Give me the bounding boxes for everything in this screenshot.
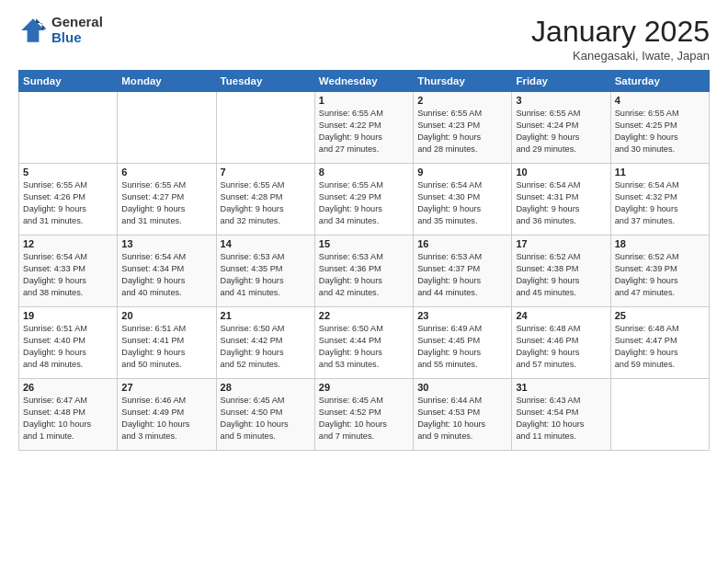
calendar-day-28: 28Sunrise: 6:45 AM Sunset: 4:50 PM Dayli… <box>216 379 314 451</box>
calendar-day-17: 17Sunrise: 6:52 AM Sunset: 4:38 PM Dayli… <box>512 236 610 307</box>
day-number: 20 <box>121 310 211 321</box>
weekday-header-wednesday: Wednesday <box>314 71 413 92</box>
calendar-day-empty <box>118 92 216 164</box>
calendar-day-24: 24Sunrise: 6:48 AM Sunset: 4:46 PM Dayli… <box>512 307 610 379</box>
day-number: 5 <box>23 167 113 178</box>
calendar-day-30: 30Sunrise: 6:44 AM Sunset: 4:53 PM Dayli… <box>414 379 512 451</box>
day-number: 9 <box>417 167 507 178</box>
day-info: Sunrise: 6:55 AM Sunset: 4:29 PM Dayligh… <box>319 179 409 227</box>
calendar-week-row: 26Sunrise: 6:47 AM Sunset: 4:48 PM Dayli… <box>19 379 710 451</box>
calendar-day-27: 27Sunrise: 6:46 AM Sunset: 4:49 PM Dayli… <box>118 379 216 451</box>
day-info: Sunrise: 6:55 AM Sunset: 4:26 PM Dayligh… <box>23 179 113 227</box>
logo: General Blue <box>18 15 103 45</box>
calendar-day-14: 14Sunrise: 6:53 AM Sunset: 4:35 PM Dayli… <box>216 236 314 307</box>
calendar-day-18: 18Sunrise: 6:52 AM Sunset: 4:39 PM Dayli… <box>610 236 709 307</box>
day-number: 11 <box>615 167 705 178</box>
day-number: 29 <box>319 382 409 393</box>
day-number: 2 <box>417 95 507 106</box>
day-info: Sunrise: 6:44 AM Sunset: 4:53 PM Dayligh… <box>417 395 507 442</box>
calendar-day-19: 19Sunrise: 6:51 AM Sunset: 4:40 PM Dayli… <box>19 307 118 379</box>
day-number: 28 <box>221 382 311 393</box>
day-info: Sunrise: 6:46 AM Sunset: 4:49 PM Dayligh… <box>121 395 211 442</box>
day-info: Sunrise: 6:43 AM Sunset: 4:54 PM Dayligh… <box>516 395 606 442</box>
title-block: January 2025 Kanegasaki, Iwate, Japan <box>531 15 710 63</box>
calendar-week-row: 19Sunrise: 6:51 AM Sunset: 4:40 PM Dayli… <box>19 307 710 379</box>
calendar-day-7: 7Sunrise: 6:55 AM Sunset: 4:28 PM Daylig… <box>216 164 314 236</box>
weekday-header-tuesday: Tuesday <box>216 71 314 92</box>
day-number: 10 <box>516 167 606 178</box>
day-info: Sunrise: 6:47 AM Sunset: 4:48 PM Dayligh… <box>23 395 113 442</box>
logo-general-text: General <box>51 15 103 30</box>
calendar-day-29: 29Sunrise: 6:45 AM Sunset: 4:52 PM Dayli… <box>314 379 413 451</box>
day-info: Sunrise: 6:53 AM Sunset: 4:36 PM Dayligh… <box>319 251 409 299</box>
calendar-day-31: 31Sunrise: 6:43 AM Sunset: 4:54 PM Dayli… <box>512 379 610 451</box>
calendar-day-2: 2Sunrise: 6:55 AM Sunset: 4:23 PM Daylig… <box>414 92 512 164</box>
day-number: 3 <box>516 95 606 106</box>
calendar-day-4: 4Sunrise: 6:55 AM Sunset: 4:25 PM Daylig… <box>610 92 709 164</box>
day-number: 7 <box>221 167 311 178</box>
day-number: 18 <box>615 238 705 249</box>
calendar-day-9: 9Sunrise: 6:54 AM Sunset: 4:30 PM Daylig… <box>414 164 512 236</box>
day-info: Sunrise: 6:51 AM Sunset: 4:41 PM Dayligh… <box>121 323 211 371</box>
day-info: Sunrise: 6:55 AM Sunset: 4:25 PM Dayligh… <box>615 108 705 155</box>
calendar-week-row: 1Sunrise: 6:55 AM Sunset: 4:22 PM Daylig… <box>19 92 710 164</box>
calendar-day-16: 16Sunrise: 6:53 AM Sunset: 4:37 PM Dayli… <box>414 236 512 307</box>
logo-blue-text: Blue <box>51 30 103 46</box>
day-info: Sunrise: 6:45 AM Sunset: 4:50 PM Dayligh… <box>221 395 311 442</box>
day-number: 6 <box>121 167 211 178</box>
weekday-header-row: SundayMondayTuesdayWednesdayThursdayFrid… <box>19 71 710 92</box>
calendar-day-15: 15Sunrise: 6:53 AM Sunset: 4:36 PM Dayli… <box>314 236 413 307</box>
weekday-header-friday: Friday <box>512 71 610 92</box>
day-number: 13 <box>121 238 211 249</box>
day-info: Sunrise: 6:49 AM Sunset: 4:45 PM Dayligh… <box>417 323 507 371</box>
day-info: Sunrise: 6:52 AM Sunset: 4:38 PM Dayligh… <box>516 251 606 299</box>
calendar-day-6: 6Sunrise: 6:55 AM Sunset: 4:27 PM Daylig… <box>118 164 216 236</box>
month-title: January 2025 <box>531 15 710 49</box>
day-number: 8 <box>319 167 409 178</box>
day-number: 25 <box>615 310 705 321</box>
location: Kanegasaki, Iwate, Japan <box>531 49 710 63</box>
header: General Blue January 2025 Kanegasaki, Iw… <box>18 15 710 63</box>
day-number: 14 <box>221 238 311 249</box>
day-number: 23 <box>417 310 507 321</box>
calendar-day-12: 12Sunrise: 6:54 AM Sunset: 4:33 PM Dayli… <box>19 236 118 307</box>
calendar-day-1: 1Sunrise: 6:55 AM Sunset: 4:22 PM Daylig… <box>314 92 413 164</box>
page: General Blue January 2025 Kanegasaki, Iw… <box>0 0 728 563</box>
calendar-day-26: 26Sunrise: 6:47 AM Sunset: 4:48 PM Dayli… <box>19 379 118 451</box>
weekday-header-saturday: Saturday <box>610 71 709 92</box>
day-number: 26 <box>23 382 113 393</box>
day-info: Sunrise: 6:55 AM Sunset: 4:28 PM Dayligh… <box>221 179 311 227</box>
calendar-day-empty <box>216 92 314 164</box>
calendar-day-23: 23Sunrise: 6:49 AM Sunset: 4:45 PM Dayli… <box>414 307 512 379</box>
weekday-header-thursday: Thursday <box>414 71 512 92</box>
day-info: Sunrise: 6:48 AM Sunset: 4:47 PM Dayligh… <box>615 323 705 371</box>
calendar-table: SundayMondayTuesdayWednesdayThursdayFrid… <box>18 70 710 451</box>
day-info: Sunrise: 6:51 AM Sunset: 4:40 PM Dayligh… <box>23 323 113 371</box>
day-number: 1 <box>319 95 409 106</box>
day-number: 4 <box>615 95 705 106</box>
day-info: Sunrise: 6:55 AM Sunset: 4:22 PM Dayligh… <box>319 108 409 155</box>
day-number: 27 <box>121 382 211 393</box>
day-number: 19 <box>23 310 113 321</box>
logo-text: General Blue <box>51 15 103 45</box>
day-info: Sunrise: 6:53 AM Sunset: 4:35 PM Dayligh… <box>221 251 311 299</box>
day-info: Sunrise: 6:48 AM Sunset: 4:46 PM Dayligh… <box>516 323 606 371</box>
day-info: Sunrise: 6:52 AM Sunset: 4:39 PM Dayligh… <box>615 251 705 299</box>
day-info: Sunrise: 6:54 AM Sunset: 4:31 PM Dayligh… <box>516 179 606 227</box>
day-info: Sunrise: 6:55 AM Sunset: 4:27 PM Dayligh… <box>121 179 211 227</box>
day-info: Sunrise: 6:54 AM Sunset: 4:30 PM Dayligh… <box>417 179 507 227</box>
calendar-day-11: 11Sunrise: 6:54 AM Sunset: 4:32 PM Dayli… <box>610 164 709 236</box>
day-number: 24 <box>516 310 606 321</box>
weekday-header-sunday: Sunday <box>19 71 118 92</box>
calendar-day-5: 5Sunrise: 6:55 AM Sunset: 4:26 PM Daylig… <box>19 164 118 236</box>
svg-marker-0 <box>21 18 45 42</box>
calendar-week-row: 12Sunrise: 6:54 AM Sunset: 4:33 PM Dayli… <box>19 236 710 307</box>
day-number: 15 <box>319 238 409 249</box>
calendar-day-10: 10Sunrise: 6:54 AM Sunset: 4:31 PM Dayli… <box>512 164 610 236</box>
day-number: 31 <box>516 382 606 393</box>
day-number: 30 <box>417 382 507 393</box>
calendar-day-empty <box>610 379 709 451</box>
calendar-day-21: 21Sunrise: 6:50 AM Sunset: 4:42 PM Dayli… <box>216 307 314 379</box>
day-info: Sunrise: 6:55 AM Sunset: 4:23 PM Dayligh… <box>417 108 507 155</box>
day-info: Sunrise: 6:45 AM Sunset: 4:52 PM Dayligh… <box>319 395 409 442</box>
